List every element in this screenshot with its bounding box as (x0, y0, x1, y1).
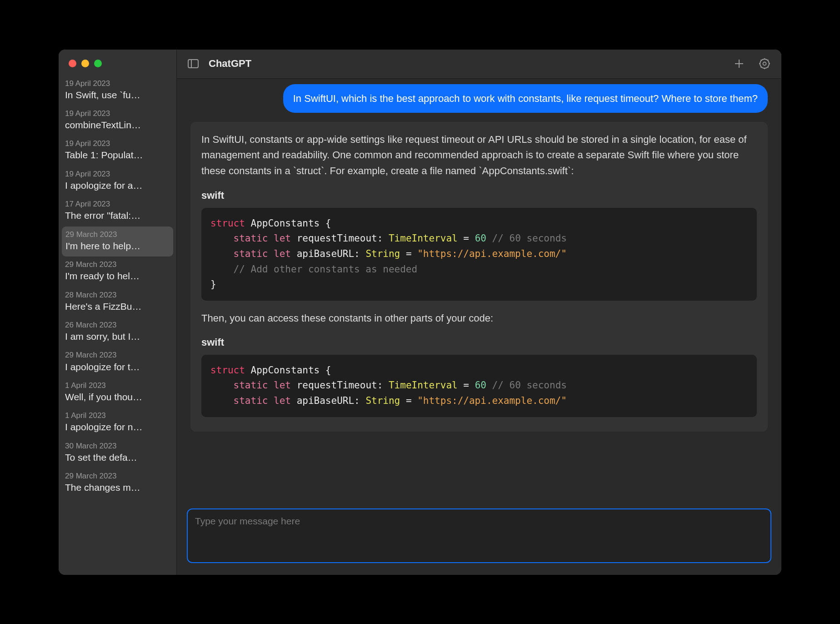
conversation-title: I apologize for a… (65, 179, 170, 192)
conversation-title: In Swift, use `fu… (65, 89, 170, 101)
new-chat-button[interactable] (733, 58, 745, 70)
conversation-date: 1 April 2023 (65, 381, 170, 391)
conversation-item[interactable]: 26 March 2023I am sorry, but I… (59, 317, 176, 347)
code-language-label: swift (201, 188, 757, 203)
svg-point-4 (760, 59, 769, 68)
app-title: ChatGPT (209, 58, 251, 70)
conversation-title: To set the defa… (65, 451, 170, 464)
assistant-between-text: Then, you can access these constants in … (201, 311, 757, 326)
svg-point-5 (763, 62, 766, 65)
conversation-date: 17 April 2023 (65, 199, 170, 209)
svg-line-10 (761, 60, 761, 60)
conversation-item[interactable]: 17 April 2023The error "fatal:… (59, 196, 176, 226)
conversation-item[interactable]: 28 March 2023Here's a FizzBu… (59, 287, 176, 317)
conversation-date: 19 April 2023 (65, 169, 170, 179)
conversation-title: The changes m… (65, 481, 170, 494)
assistant-message: In SwiftUI, constants or app-wide settin… (190, 122, 768, 431)
conversation-title: I'm here to help… (65, 240, 170, 252)
conversation-date: 26 March 2023 (65, 320, 170, 330)
conversation-item[interactable]: 19 April 2023Table 1: Populat… (59, 136, 176, 166)
minimize-button[interactable] (81, 60, 89, 67)
main-panel: ChatGPT In Swif (177, 50, 781, 575)
conversation-date: 29 March 2023 (65, 260, 170, 270)
maximize-button[interactable] (94, 60, 102, 67)
conversation-title: I apologize for t… (65, 361, 170, 373)
conversation-date: 29 March 2023 (65, 350, 170, 360)
conversation-title: I apologize for n… (65, 421, 170, 433)
conversation-title: The error "fatal:… (65, 209, 170, 222)
conversation-title: Table 1: Populat… (65, 149, 170, 161)
assistant-intro: In SwiftUI, constants or app-wide settin… (201, 132, 757, 178)
svg-line-11 (768, 67, 768, 67)
conversation-date: 29 March 2023 (65, 471, 170, 481)
conversation-item[interactable]: 1 April 2023Well, if you thou… (59, 377, 176, 408)
conversation-item[interactable]: 29 March 2023I'm ready to hel… (59, 257, 176, 287)
conversation-title: Here's a FizzBu… (65, 300, 170, 313)
conversation-item[interactable]: 29 March 2023I'm here to help… (62, 226, 173, 257)
conversation-date: 29 March 2023 (65, 230, 170, 240)
code-block-1: struct AppConstants { static let request… (201, 208, 757, 301)
conversation-date: 19 April 2023 (65, 109, 170, 119)
close-button[interactable] (69, 60, 76, 67)
conversation-item[interactable]: 19 April 2023In Swift, use `fu… (59, 75, 176, 106)
sidebar: 19 April 2023In Swift, use `fu…19 April … (59, 50, 177, 575)
conversation-item[interactable]: 30 March 2023To set the defa… (59, 438, 176, 468)
svg-line-13 (768, 60, 768, 60)
conversation-item[interactable]: 29 March 2023The changes m… (59, 468, 176, 498)
conversation-title: I'm ready to hel… (65, 270, 170, 282)
svg-rect-0 (188, 60, 198, 68)
conversation-title: I am sorry, but I… (65, 330, 170, 343)
chat-area[interactable]: In SwiftUI, which is the best approach t… (177, 79, 781, 501)
conversation-date: 19 April 2023 (65, 79, 170, 89)
conversation-date: 30 March 2023 (65, 441, 170, 451)
conversation-item[interactable]: 19 April 2023combineTextLin… (59, 106, 176, 136)
message-input[interactable] (187, 508, 771, 563)
conversation-date: 19 April 2023 (65, 139, 170, 149)
settings-button[interactable] (759, 58, 770, 70)
sidebar-toggle-icon[interactable] (188, 59, 199, 68)
traffic-lights (59, 50, 176, 75)
user-message: In SwiftUI, which is the best approach t… (283, 84, 768, 113)
conversation-list[interactable]: 19 April 2023In Swift, use `fu…19 April … (59, 75, 176, 575)
conversation-item[interactable]: 29 March 2023I apologize for t… (59, 347, 176, 377)
conversation-item[interactable]: 1 April 2023I apologize for n… (59, 408, 176, 438)
conversation-date: 1 April 2023 (65, 411, 170, 421)
conversation-date: 28 March 2023 (65, 290, 170, 300)
toolbar: ChatGPT (177, 50, 781, 79)
code-block-2: struct AppConstants { static let request… (201, 355, 757, 417)
svg-line-12 (761, 67, 761, 67)
conversation-title: combineTextLin… (65, 119, 170, 131)
conversation-item[interactable]: 19 April 2023I apologize for a… (59, 166, 176, 196)
app-window: 19 April 2023In Swift, use `fu…19 April … (59, 50, 781, 575)
input-area (177, 501, 781, 575)
code-language-label-2: swift (201, 335, 757, 350)
conversation-title: Well, if you thou… (65, 391, 170, 403)
